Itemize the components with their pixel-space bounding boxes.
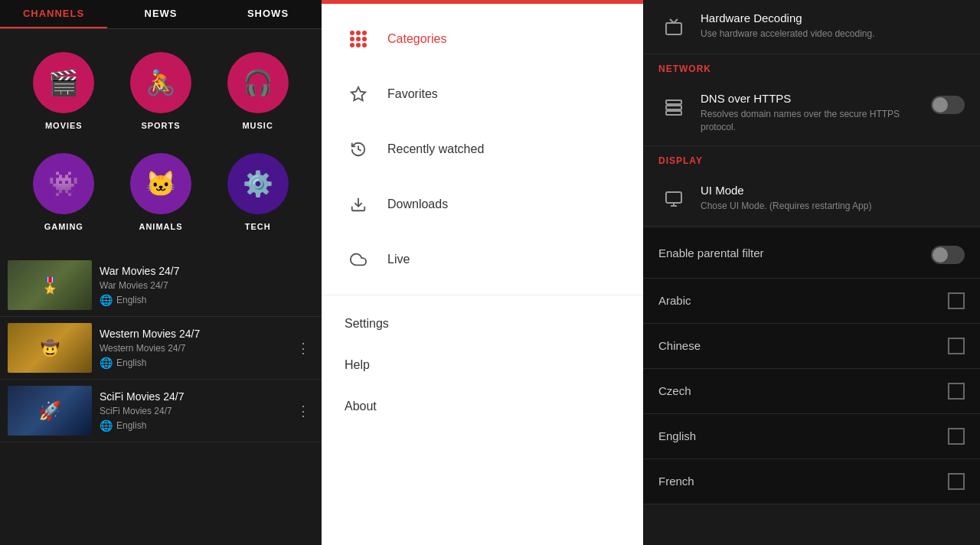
parental-section: Enable parental filter Arabic Chinese Cz… [643,228,980,504]
category-music[interactable]: 🎧 MUSIC [209,41,306,142]
channel-info-western: Western Movies 24/7 Western Movies 24/7 … [92,328,292,369]
language-name-arabic: Arabic [658,294,691,307]
channel-info-scifi: SciFi Movies 24/7 SciFi Movies 24/7 🌐 En… [92,390,292,432]
tech-icon: ⚙️ [243,169,273,198]
channel-lang-text-war: English [116,295,146,305]
channel-thumb-scifi: 🚀 [8,386,92,436]
language-row-czech[interactable]: Czech [643,369,980,414]
dns-desc: Resolves domain names over the secure HT… [701,108,931,134]
history-icon [345,135,372,163]
categories-grid: 🎬 MOVIES 🚴 SPORTS 🎧 MUSIC 👾 GAMING 🐱 [0,29,322,254]
svg-marker-0 [351,87,365,100]
drawer-item-help[interactable]: Help [322,344,643,386]
hardware-icon [658,11,689,42]
download-icon [345,191,372,218]
channel-more-western[interactable]: ⋮ [292,336,314,361]
category-circle-sports: 🚴 [130,52,191,113]
channel-title-war: War Movies 24/7 [100,265,306,277]
category-label-music: MUSIC [242,121,273,130]
movies-icon: 🎬 [48,68,79,97]
svg-rect-2 [666,23,681,34]
language-name-french: French [658,475,694,488]
channel-info-war: War Movies 24/7 War Movies 24/7 🌐 Englis… [92,265,314,306]
drawer-item-live[interactable]: Live [322,232,643,287]
drawer-item-about[interactable]: About [322,386,643,427]
nav-item-shows[interactable]: SHOWS [214,0,322,28]
category-animals[interactable]: 🐱 ANIMALS [113,142,210,243]
parental-filter-toggle[interactable] [931,246,965,264]
channel-item-western[interactable]: 🤠 Western Movies 24/7 Western Movies 24/… [0,317,322,380]
svg-rect-5 [666,111,681,115]
display-section-label: DISPLAY [643,146,980,172]
drawer-item-settings[interactable]: Settings [322,303,643,344]
channel-item-scifi[interactable]: 🚀 SciFi Movies 24/7 SciFi Movies 24/7 🌐 … [0,380,322,442]
channel-item-war[interactable]: 🎖️ War Movies 24/7 War Movies 24/7 🌐 Eng… [0,254,322,317]
channel-subtitle-western: Western Movies 24/7 [100,343,285,354]
channel-more-scifi[interactable]: ⋮ [292,399,314,423]
globe-icon: 🌐 [100,294,113,306]
parental-filter-row: Enable parental filter [643,228,980,279]
navigation-drawer: Categories Favorites Recently watched [322,0,643,545]
category-circle-gaming: 👾 [33,153,94,214]
ui-mode-item: UI Mode Chose UI Mode. (Requires restart… [643,172,980,227]
nav-item-channels[interactable]: CHANNELS [0,0,107,28]
channel-subtitle-war: War Movies 24/7 [100,280,306,291]
drawer-item-downloads[interactable]: Downloads [322,177,643,232]
checkbox-chinese[interactable] [948,338,965,354]
nav-item-news[interactable]: NEWS [107,0,214,28]
hardware-decoding-item: Hardware Decoding Use hardware accelerat… [643,0,980,54]
category-tech[interactable]: ⚙️ TECH [209,142,306,243]
drawer-label-categories: Categories [387,32,446,46]
cloud-icon [345,246,372,273]
svg-rect-4 [666,106,681,109]
category-label-sports: SPORTS [141,121,180,130]
drawer-label-downloads: Downloads [387,197,448,211]
sports-icon: 🚴 [145,68,176,97]
language-row-arabic[interactable]: Arabic [643,279,980,324]
language-name-english: English [658,429,696,442]
drawer-label-favorites: Favorites [387,87,438,101]
drawer-menu: Categories Favorites Recently watched [322,4,643,545]
language-row-english[interactable]: English [643,414,980,459]
ui-mode-desc: Chose UI Mode. (Requires restarting App) [701,200,965,213]
top-navigation: CHANNELS NEWS SHOWS [0,0,322,29]
left-panel: CHANNELS NEWS SHOWS 🎬 MOVIES 🚴 SPORTS 🎧 … [0,0,322,545]
checkbox-arabic[interactable] [948,292,965,309]
svg-rect-3 [666,100,681,104]
dots-grid-icon [350,31,367,47]
category-gaming[interactable]: 👾 GAMING [15,142,113,243]
category-sports[interactable]: 🚴 SPORTS [113,41,210,142]
drawer-item-categories[interactable]: Categories [322,11,643,67]
hardware-decoding-desc: Use hardware accelerated video decoding. [701,28,965,41]
channel-list: 🎖️ War Movies 24/7 War Movies 24/7 🌐 Eng… [0,254,322,545]
category-circle-movies: 🎬 [33,52,94,113]
checkbox-czech[interactable] [948,383,965,400]
animals-icon: 🐱 [145,169,176,198]
star-icon [345,80,372,108]
channel-thumb-war: 🎖️ [8,260,92,310]
network-section-label: NETWORK [643,54,980,80]
category-movies[interactable]: 🎬 MOVIES [15,41,113,142]
dns-toggle[interactable] [931,96,965,114]
language-row-french[interactable]: French [643,459,980,504]
dns-title: DNS over HTTPS [701,92,931,105]
checkbox-english[interactable] [948,428,965,445]
channel-lang-western: 🌐 English [100,357,285,369]
globe-icon-scifi: 🌐 [100,419,113,432]
channel-lang-text-scifi: English [116,420,146,431]
parental-filter-label: Enable parental filter [658,246,764,259]
drawer-item-recently-watched[interactable]: Recently watched [322,122,643,177]
drawer-label-recently-watched: Recently watched [387,142,484,156]
globe-icon-western: 🌐 [100,357,113,369]
drawer-item-favorites[interactable]: Favorites [322,67,643,122]
checkbox-french[interactable] [948,473,965,490]
ui-mode-title: UI Mode [701,184,965,197]
language-row-chinese[interactable]: Chinese [643,324,980,369]
language-name-czech: Czech [658,384,691,397]
category-label-gaming: GAMING [44,222,83,231]
dns-text: DNS over HTTPS Resolves domain names ove… [701,92,931,134]
ui-mode-icon [658,184,689,214]
category-label-tech: TECH [245,222,271,231]
language-name-chinese: Chinese [658,339,701,352]
settings-panel: Hardware Decoding Use hardware accelerat… [643,0,980,545]
